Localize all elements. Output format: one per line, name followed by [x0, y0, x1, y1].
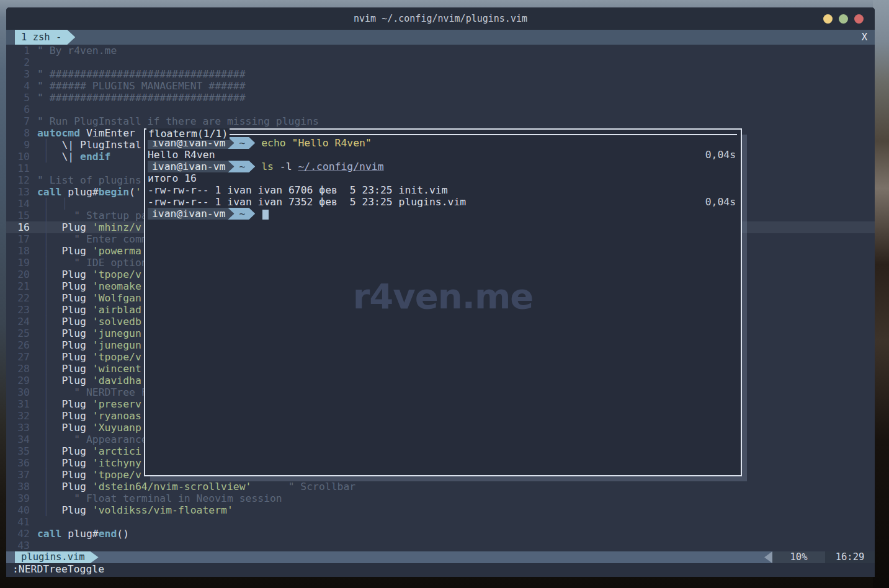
shell-output-row: -rw-rw-r-- 1 ivan ivan 6706 фев 5 23:25 …	[148, 184, 741, 196]
titlebar-buttons	[823, 14, 864, 24]
buffer-line: 40 │ Plug 'voldikss/vim-floaterm'	[6, 504, 875, 516]
statusline-clock: 16:29	[825, 551, 875, 563]
line-number: 37	[6, 469, 30, 481]
titlebar[interactable]: nvim ~/.config/nvim/plugins.vim	[6, 7, 875, 30]
tab-close-button[interactable]: X	[862, 30, 867, 45]
floaterm-window[interactable]: floaterm(1/1) r4ven.me ivan@ivan-vm~ ech…	[144, 128, 742, 476]
buffer-line: 7" Run PlugInstall if there are missing …	[6, 115, 875, 127]
command-duration: 0,04s	[705, 149, 736, 161]
line-number: 30	[6, 386, 30, 398]
line-number: 39	[6, 492, 30, 504]
line-number: 8	[6, 127, 30, 139]
statusline-scroll-percent: 10%	[772, 551, 825, 563]
buffer-line: 4" ###### PLUGINS MANAGEMENT ######	[6, 80, 875, 92]
line-number: 3	[6, 68, 30, 80]
line-number: 5	[6, 92, 30, 104]
vim-cmdline[interactable]: :NERDTreeToggle	[6, 563, 875, 575]
buffer-line: 6	[6, 104, 875, 115]
tab-zsh[interactable]: 1 zsh -	[15, 30, 75, 45]
line-number: 21	[6, 280, 30, 292]
line-number: 15	[6, 210, 30, 221]
line-number: 36	[6, 457, 30, 469]
command-duration: 0,04s	[705, 196, 736, 208]
line-number: 7	[6, 115, 30, 127]
buffer-line: 38 │ Plug 'dstein64/nvim-scrollview' " S…	[6, 481, 875, 492]
line-number: 11	[6, 163, 30, 174]
line-number: 38	[6, 481, 30, 492]
close-button[interactable]	[854, 14, 864, 24]
line-number: 29	[6, 375, 30, 386]
floaterm-title: floaterm(1/1)	[146, 128, 230, 140]
buffer-line: 39 │ " Float terminal in Neovim session	[6, 492, 875, 504]
line-number: 4	[6, 80, 30, 92]
line-number: 33	[6, 422, 30, 434]
line-number: 23	[6, 304, 30, 316]
vim-statusline: plugins.vim 10% 16:29	[6, 551, 875, 563]
terminal-window: nvim ~/.config/nvim/plugins.vim 1 zsh - …	[6, 7, 875, 577]
floaterm-output: ivan@ivan-vm~ echo "Hello R4ven"Hello R4…	[145, 130, 741, 220]
line-number: 24	[6, 316, 30, 327]
shell-output-row: Hello R4ven0,04s	[148, 149, 741, 161]
window-title: nvim ~/.config/nvim/plugins.vim	[6, 7, 875, 30]
buffer-line: 5" ################################	[6, 92, 875, 104]
statusline-spacer	[99, 551, 764, 563]
terminal-cursor	[262, 210, 269, 220]
line-number: 27	[6, 351, 30, 363]
line-number: 22	[6, 292, 30, 304]
line-number: 26	[6, 339, 30, 351]
statusline-filename: plugins.vim	[15, 551, 99, 563]
shell-output-row: итого 16	[148, 172, 741, 184]
shell-prompt-row: ivan@ivan-vm~ ls -l ~/.config/nvim	[148, 161, 741, 172]
line-number: 28	[6, 363, 30, 375]
minimize-button[interactable]	[823, 14, 833, 24]
line-number: 16	[6, 221, 30, 233]
line-number: 31	[6, 398, 30, 410]
line-number: 10	[6, 151, 30, 163]
tab-label: 1 zsh -	[21, 32, 61, 43]
statusline-separator-icon	[764, 551, 772, 563]
line-number: 2	[6, 56, 30, 68]
line-number: 17	[6, 233, 30, 245]
buffer-line: 42call plug#end()	[6, 528, 875, 540]
buffer-line: 2	[6, 56, 875, 68]
floaterm-border-line	[197, 134, 737, 135]
line-number: 19	[6, 257, 30, 269]
line-number: 12	[6, 174, 30, 186]
line-number: 9	[6, 139, 30, 151]
line-number: 1	[6, 45, 30, 56]
prompt-user-segment: ivan@ivan-vm	[148, 161, 234, 172]
prompt-user-segment: ivan@ivan-vm	[148, 208, 234, 220]
line-number: 18	[6, 245, 30, 257]
line-number: 32	[6, 410, 30, 422]
buffer-line: 3" ################################	[6, 68, 875, 80]
line-number: 25	[6, 327, 30, 339]
line-number: 41	[6, 516, 30, 528]
line-number: 14	[6, 198, 30, 210]
line-number: 13	[6, 186, 30, 198]
tabbar: 1 zsh - X	[6, 30, 875, 45]
buffer-line: 41	[6, 516, 875, 528]
line-number: 42	[6, 528, 30, 540]
watermark: r4ven.me	[353, 276, 534, 316]
line-number: 20	[6, 269, 30, 280]
buffer-line: 1" By r4ven.me	[6, 45, 875, 56]
desktop-wallpaper-tree	[873, 0, 889, 588]
line-number: 34	[6, 434, 30, 445]
shell-prompt-row: ivan@ivan-vm~ echo "Hello R4ven"	[148, 137, 741, 149]
buffer-line: 43	[6, 540, 875, 551]
line-number: 35	[6, 445, 30, 457]
shell-output-row: -rw-rw-r-- 1 ivan ivan 7352 фев 5 23:25 …	[148, 196, 741, 208]
shell-prompt-row: ivan@ivan-vm~	[148, 208, 741, 220]
line-number: 6	[6, 104, 30, 115]
line-number: 43	[6, 540, 30, 551]
line-number: 40	[6, 504, 30, 516]
maximize-button[interactable]	[839, 14, 848, 24]
